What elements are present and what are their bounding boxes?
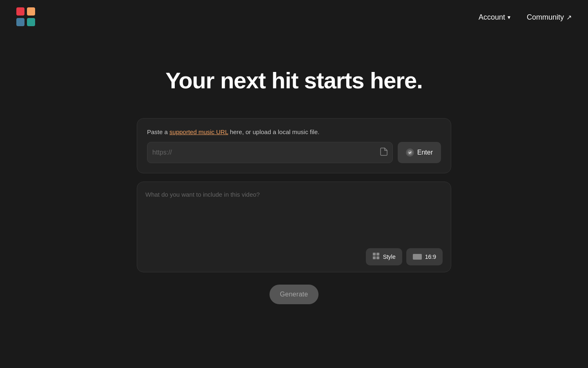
svg-rect-1 bbox=[373, 253, 376, 256]
style-label: Style bbox=[383, 254, 396, 260]
logo bbox=[16, 7, 36, 27]
generate-label: Generate bbox=[280, 291, 308, 298]
upload-icon[interactable] bbox=[380, 148, 388, 158]
prompt-textarea[interactable] bbox=[145, 190, 443, 243]
chevron-down-icon: ▾ bbox=[508, 14, 510, 20]
logo-red-cell bbox=[16, 7, 24, 16]
url-input-row: Enter bbox=[147, 142, 441, 163]
account-label: Account bbox=[479, 13, 505, 22]
account-nav[interactable]: Account ▾ bbox=[479, 13, 510, 22]
ratio-button[interactable]: 16:9 bbox=[406, 248, 443, 265]
nav: Account ▾ Community ↗ bbox=[479, 13, 572, 22]
logo-green-cell bbox=[27, 18, 35, 26]
svg-rect-2 bbox=[376, 253, 379, 256]
svg-point-0 bbox=[408, 150, 412, 155]
community-nav[interactable]: Community ↗ bbox=[527, 13, 572, 22]
checkmark-icon bbox=[406, 148, 414, 157]
supported-url-link[interactable]: supported music URL bbox=[169, 128, 228, 135]
community-label: Community bbox=[527, 13, 564, 22]
url-label-suffix: here, or upload a local music file. bbox=[228, 128, 319, 135]
ratio-label: 16:9 bbox=[425, 254, 436, 260]
svg-rect-3 bbox=[373, 256, 376, 259]
url-input-wrapper bbox=[147, 142, 393, 163]
svg-rect-4 bbox=[376, 256, 379, 259]
enter-label: Enter bbox=[417, 149, 433, 156]
main-content: Your next hit starts here. Paste a suppo… bbox=[0, 34, 588, 304]
url-label-prefix: Paste a bbox=[147, 128, 169, 135]
generate-button[interactable]: Generate bbox=[270, 285, 318, 304]
external-link-icon: ↗ bbox=[566, 13, 572, 21]
header: Account ▾ Community ↗ bbox=[0, 0, 588, 34]
ratio-icon bbox=[413, 254, 422, 260]
logo-yellow-cell bbox=[27, 7, 35, 16]
url-label: Paste a supported music URL here, or upl… bbox=[147, 128, 441, 135]
logo-blue-cell bbox=[16, 18, 24, 26]
hero-title: Your next hit starts here. bbox=[165, 67, 423, 94]
prompt-card: Style 16:9 bbox=[137, 182, 451, 272]
prompt-actions: Style 16:9 bbox=[145, 248, 443, 265]
url-input[interactable] bbox=[152, 142, 380, 163]
url-card: Paste a supported music URL here, or upl… bbox=[137, 118, 451, 173]
style-button[interactable]: Style bbox=[366, 248, 402, 265]
enter-button[interactable]: Enter bbox=[398, 142, 441, 163]
style-icon bbox=[372, 252, 380, 261]
